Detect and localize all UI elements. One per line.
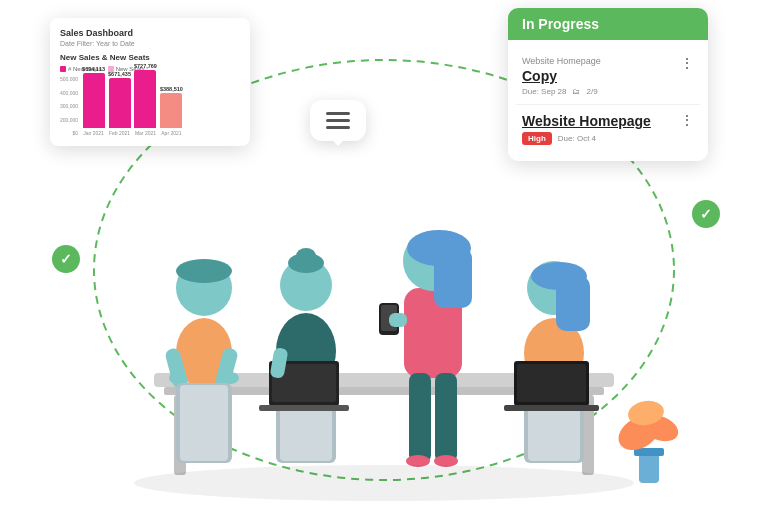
svg-rect-22 — [259, 405, 349, 411]
task-due-2: Due: Oct 4 — [558, 134, 596, 143]
task-item-copy: ⋮ Website Homepage Copy Due: Sep 28 🗂 2/… — [516, 48, 700, 105]
check-mark-right: ✓ — [692, 200, 720, 228]
task-category-1: Website Homepage — [522, 56, 694, 66]
svg-rect-43 — [504, 405, 599, 411]
dashboard-date-filter: Date Filter: Year to Date — [60, 40, 240, 47]
progress-header: In Progress — [508, 8, 708, 40]
svg-rect-44 — [639, 453, 659, 483]
svg-rect-34 — [389, 313, 407, 327]
sales-dashboard-card: Sales Dashboard Date Filter: Year to Dat… — [50, 18, 250, 146]
task-due-1: Due: Sep 28 — [522, 87, 566, 96]
task-badge-high: High — [522, 132, 552, 145]
menu-icon — [326, 112, 350, 129]
task-meta-1: Due: Sep 28 🗂 2/9 — [522, 87, 694, 96]
dashboard-title: Sales Dashboard — [60, 28, 240, 38]
svg-rect-40 — [556, 276, 590, 331]
task-more-icon-1[interactable]: ⋮ — [680, 56, 694, 70]
bar-feb: $671,435 Feb 2021 — [108, 71, 131, 136]
svg-rect-28 — [409, 373, 431, 463]
task-subtasks-icon: 🗂 — [572, 87, 580, 96]
svg-point-19 — [296, 248, 316, 264]
svg-point-10 — [169, 372, 185, 384]
chat-bubble — [310, 100, 366, 141]
svg-rect-42 — [517, 364, 586, 402]
svg-rect-13 — [180, 385, 228, 461]
check-mark-left: ✓ — [52, 245, 80, 273]
chart-bars: $694,113 Jan 2021 $671,435 Feb 2021 $727… — [82, 76, 240, 136]
task-name-copy[interactable]: Copy — [522, 68, 694, 84]
progress-card: In Progress ⋮ Website Homepage Copy Due:… — [508, 8, 708, 161]
chart-title: New Sales & New Seats — [60, 53, 240, 62]
progress-body: ⋮ Website Homepage Copy Due: Sep 28 🗂 2/… — [508, 40, 708, 161]
svg-point-11 — [223, 372, 239, 384]
svg-rect-27 — [434, 248, 472, 308]
task-name-homepage[interactable]: Website Homepage — [522, 113, 694, 129]
bar-apr: $388,510 Apr 2021 — [160, 86, 183, 136]
svg-point-31 — [434, 455, 458, 467]
task-subtasks-1: 2/9 — [586, 87, 597, 96]
bar-mar: $727,769 Mar 2021 — [134, 63, 157, 136]
bar-jan: $694,113 Jan 2021 — [82, 66, 105, 136]
svg-point-7 — [176, 259, 232, 283]
chart-y-axis: 500,000 400,000 300,000 200,000 $0 — [60, 76, 78, 136]
task-item-homepage: ⋮ Website Homepage High Due: Oct 4 — [516, 105, 700, 153]
svg-point-49 — [134, 465, 634, 501]
task-meta-2: High Due: Oct 4 — [522, 132, 694, 145]
svg-rect-29 — [435, 373, 457, 463]
task-more-icon-2[interactable]: ⋮ — [680, 113, 694, 127]
